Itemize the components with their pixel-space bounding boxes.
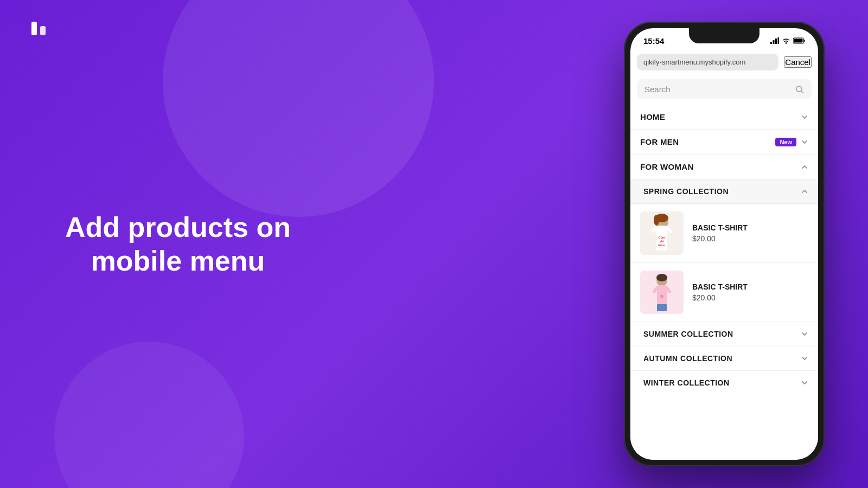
product-image-1: Clair dé lune. <box>640 211 684 255</box>
svg-rect-2 <box>770 42 772 44</box>
svg-rect-8 <box>794 39 803 43</box>
battery-icon <box>793 37 805 44</box>
product-price-2: $20.00 <box>692 293 808 302</box>
submenu-spring-collection[interactable]: SPRING COLLECTION <box>630 179 818 204</box>
svg-text:Clair: Clair <box>658 236 666 239</box>
phone-frame: 15:54 <box>624 22 825 466</box>
product-item-2[interactable]: ✿ BASIC T-SHIRT $20.00 <box>630 263 818 322</box>
summer-collection-label: SUMMER COLLECTION <box>643 330 733 338</box>
menu-for-woman-label: FOR WOMAN <box>640 162 694 171</box>
hero-line1: Add products on <box>65 211 291 243</box>
chevron-up-icon <box>801 163 808 171</box>
svg-rect-4 <box>775 38 777 44</box>
browser-bar: qikify-smartmenu.myshopify.com Cancel <box>630 50 818 74</box>
menu-item-home[interactable]: HOME <box>630 105 818 130</box>
autumn-collection-label: AUTUMN COLLECTION <box>643 354 732 363</box>
search-placeholder: Search <box>644 85 791 94</box>
product-image-2: ✿ <box>640 271 684 314</box>
collection-item-summer[interactable]: SUMMER COLLECTION <box>630 322 818 346</box>
chevron-up-icon <box>801 188 808 195</box>
menu-item-for-men[interactable]: FOR MEN New <box>630 130 818 155</box>
status-time: 15:54 <box>643 36 664 46</box>
chevron-down-icon <box>801 330 808 338</box>
chevron-down-icon <box>801 355 808 362</box>
chevron-down-icon <box>801 379 808 387</box>
menu-item-for-woman[interactable]: FOR WOMAN <box>630 155 818 179</box>
svg-rect-20 <box>657 304 667 311</box>
winter-collection-label: WINTER COLLECTION <box>643 378 730 387</box>
svg-rect-3 <box>773 40 775 44</box>
menu-for-woman-right <box>801 163 808 171</box>
menu-home-label: HOME <box>640 112 665 121</box>
status-icons <box>770 37 805 44</box>
phone-mockup: 15:54 <box>624 22 825 466</box>
background-blob-1 <box>163 0 434 217</box>
svg-rect-7 <box>804 40 805 42</box>
svg-point-13 <box>654 215 659 226</box>
chevron-down-icon <box>801 138 808 146</box>
svg-text:dé: dé <box>660 240 664 243</box>
url-text: qikify-smartmenu.myshopify.com <box>643 58 745 66</box>
product-price-1: $20.00 <box>692 234 808 243</box>
signal-icon <box>770 37 779 44</box>
hero-line2: mobile menu <box>91 245 265 277</box>
menu-content: Search HOME F <box>630 74 818 460</box>
chevron-down-icon <box>801 113 808 121</box>
collection-item-autumn[interactable]: AUTUMN COLLECTION <box>630 346 818 371</box>
collection-item-winter[interactable]: WINTER COLLECTION <box>630 371 818 395</box>
product-info-1: BASIC T-SHIRT $20.00 <box>692 223 808 243</box>
product-info-2: BASIC T-SHIRT $20.00 <box>692 282 808 302</box>
menu-for-men-label: FOR MEN <box>640 137 679 146</box>
svg-rect-0 <box>31 22 37 35</box>
phone-notch <box>689 28 760 43</box>
svg-text:✿: ✿ <box>660 294 663 298</box>
svg-rect-5 <box>778 37 780 44</box>
menu-home-right <box>801 113 808 121</box>
product-name-2: BASIC T-SHIRT <box>692 282 808 291</box>
menu-for-men-right: New <box>775 138 808 146</box>
phone-screen: 15:54 <box>630 28 818 460</box>
svg-text:lune.: lune. <box>658 243 666 247</box>
product-name-1: BASIC T-SHIRT <box>692 223 808 232</box>
url-bar: qikify-smartmenu.myshopify.com <box>637 54 778 70</box>
wifi-icon <box>782 37 790 44</box>
search-bar[interactable]: Search <box>637 79 812 99</box>
svg-rect-1 <box>40 26 46 35</box>
logo <box>27 16 52 41</box>
new-badge: New <box>775 138 796 146</box>
hero-text: Add products on mobile menu <box>65 210 291 278</box>
background-blob-2 <box>54 342 244 488</box>
cancel-button[interactable]: Cancel <box>784 56 812 68</box>
spring-collection-label: SPRING COLLECTION <box>643 187 729 196</box>
search-icon <box>795 85 804 94</box>
svg-point-19 <box>656 274 667 281</box>
product-item-1[interactable]: Clair dé lune. BASIC T-SHIRT $20.00 <box>630 204 818 263</box>
